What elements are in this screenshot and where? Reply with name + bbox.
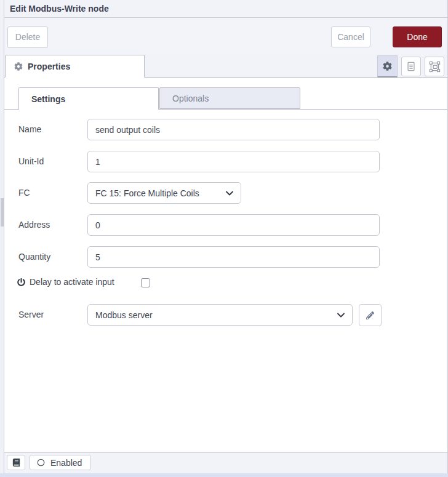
node-properties-button[interactable]: [377, 55, 398, 78]
enabled-label: Enabled: [50, 458, 82, 468]
tab-settings[interactable]: Settings: [18, 87, 159, 110]
delay-row: Delay to activate input: [17, 277, 114, 287]
gear-icon: [383, 62, 392, 71]
server-select[interactable]: Modbus server: [87, 304, 353, 326]
edit-node-dialog: Edit Modbus-Write node Delete Cancel Don…: [0, 0, 448, 477]
fc-selected-value: FC 15: Force Multiple Coils: [95, 188, 199, 198]
delay-checkbox[interactable]: [141, 278, 150, 287]
workspace-gutter: [0, 0, 4, 477]
node-description-button[interactable]: [401, 57, 421, 76]
cancel-button[interactable]: Cancel: [331, 26, 370, 47]
chevron-down-icon: [336, 310, 346, 320]
scrollbar-thumb[interactable]: [1, 198, 4, 226]
quantity-label: Quantity: [18, 246, 50, 268]
chevron-down-icon: [225, 188, 234, 198]
name-input[interactable]: [87, 119, 380, 140]
tab-properties[interactable]: Properties: [5, 55, 145, 78]
dialog-button-bar: [4, 18, 448, 54]
dialog-title: Edit Modbus-Write node: [4, 0, 448, 17]
enabled-toggle-button[interactable]: Enabled: [30, 455, 91, 470]
workspace-bottom-strip: [0, 473, 448, 477]
circle-outline-icon: [36, 458, 46, 467]
unit-id-label: Unit-Id: [18, 151, 44, 172]
quantity-input[interactable]: [87, 246, 380, 268]
book-icon: [12, 459, 20, 467]
address-input[interactable]: [87, 214, 380, 236]
power-icon: [17, 278, 25, 286]
delete-button[interactable]: Delete: [7, 26, 48, 48]
server-selected-value: Modbus server: [95, 310, 153, 320]
fc-select[interactable]: FC 15: Force Multiple Coils: [87, 182, 241, 204]
edit-server-button[interactable]: [359, 304, 382, 326]
appearance-frame-icon: [429, 61, 441, 73]
docs-button[interactable]: [7, 455, 25, 470]
address-label: Address: [18, 214, 50, 236]
gear-icon: [14, 62, 23, 71]
server-label: Server: [18, 304, 44, 326]
delay-label: Delay to activate input: [30, 277, 114, 287]
tab-properties-label: Properties: [28, 62, 70, 71]
node-appearance-button[interactable]: [425, 57, 444, 76]
tab-optionals[interactable]: Optionals: [159, 87, 300, 109]
name-label: Name: [18, 119, 41, 140]
fc-label: FC: [18, 182, 30, 204]
pencil-icon: [366, 311, 374, 319]
done-button[interactable]: Done: [393, 26, 442, 47]
dialog-titlebar: Edit Modbus-Write node: [4, 0, 448, 18]
unit-id-input[interactable]: [87, 151, 380, 172]
document-icon: [406, 61, 417, 72]
